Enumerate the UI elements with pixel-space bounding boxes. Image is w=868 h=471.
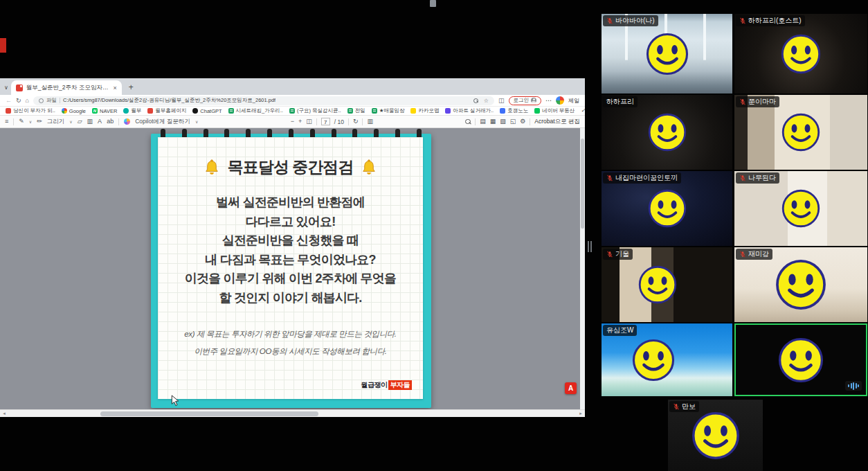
- bookmark-label: ChatGPT: [200, 108, 221, 114]
- participant-tile-9[interactable]: 유심조W: [602, 323, 732, 396]
- browser-tab[interactable]: 월부_실준반_2주차 조모임자료_2.. ×: [11, 80, 122, 95]
- bookmark-item[interactable]: Google: [62, 108, 86, 114]
- new-tab-button[interactable]: +: [129, 82, 134, 92]
- split-screen-icon[interactable]: ◫: [498, 98, 505, 104]
- participant-tile-11[interactable]: 만보: [668, 400, 763, 471]
- page-number-input[interactable]: 7: [321, 118, 330, 125]
- zoom-out-icon[interactable]: −: [291, 118, 294, 125]
- draw-label[interactable]: 그리기: [47, 118, 65, 126]
- logo-text: 월급쟁이: [361, 380, 388, 390]
- save-icon[interactable]: ▦: [490, 118, 496, 125]
- mouse-cursor: [171, 395, 179, 407]
- rotate-icon[interactable]: ↻: [353, 118, 359, 125]
- horizontal-scrollbar[interactable]: ◂ ▸: [0, 409, 585, 417]
- audio-activity-icon: [845, 381, 862, 391]
- sheet-favicon: [347, 108, 353, 114]
- divider: [475, 118, 476, 125]
- read-aloud-icon[interactable]: A: [98, 118, 102, 125]
- text-tool-icon[interactable]: ab: [107, 118, 114, 125]
- bookmark-item[interactable]: ✓ㄴ: [581, 107, 585, 114]
- mic-muted-icon: [606, 17, 613, 24]
- acrobat-floating-button[interactable]: A: [565, 382, 577, 394]
- copilot-label[interactable]: Copilot에게 질문하기: [135, 118, 190, 126]
- bookmark-item[interactable]: 시세트래킹_가우리..: [228, 107, 283, 114]
- page-view-icon[interactable]: ▥: [87, 118, 93, 125]
- body-line: 내 다짐과 목표는 무엇이었나요?: [158, 251, 423, 270]
- bookmark-item[interactable]: NNAVER: [92, 108, 117, 114]
- bookmark-item[interactable]: ★매물임장: [372, 107, 405, 114]
- back-icon[interactable]: ←: [6, 98, 12, 104]
- participant-tile-active-speaker[interactable]: [734, 323, 867, 396]
- zoom-in-icon[interactable]: +: [298, 118, 302, 125]
- bookmark-item[interactable]: 전일: [347, 107, 365, 114]
- desktop-red-artifact: [0, 38, 6, 53]
- participant-name-badge: 만보: [669, 401, 699, 412]
- search-icon[interactable]: [465, 119, 471, 125]
- site-info-icon[interactable]: [39, 98, 44, 103]
- toc-menu-icon[interactable]: ≡: [5, 118, 8, 125]
- zoom-search-icon[interactable]: [473, 98, 478, 103]
- mic-muted-icon: [739, 17, 746, 24]
- eraser-icon[interactable]: ▱: [78, 118, 82, 125]
- browser-profile-avatar[interactable]: [556, 96, 564, 105]
- bookmark-item[interactable]: 카카오맵: [410, 107, 439, 114]
- vertical-scrollbar[interactable]: [580, 128, 585, 409]
- chevron-down-icon[interactable]: ∨: [29, 119, 32, 124]
- sheet-favicon: [228, 108, 234, 114]
- address-bar[interactable]: 파일 C:/Users/smg87/Downloads/실준2강-권유디님/월부…: [33, 96, 494, 105]
- bookmark-label: 아파트 실거래가..: [453, 107, 494, 114]
- body-line: 다다르고 있어요!: [158, 213, 423, 232]
- page-total-label: / 10: [334, 118, 344, 125]
- kakaomap-favicon: [410, 108, 416, 114]
- participant-tile-7[interactable]: 기울: [602, 247, 732, 322]
- url-text[interactable]: C:/Users/smg87/Downloads/실준2강-권유디님/월부_실준…: [63, 97, 275, 104]
- sign-in-button[interactable]: 로그인: [509, 96, 542, 105]
- bookmark-item[interactable]: 월부: [123, 107, 141, 114]
- browser-profile-name: 제일: [568, 97, 579, 105]
- participant-tile-2[interactable]: 하하프리(호스트): [734, 14, 867, 94]
- more-menu-icon[interactable]: ⋯: [545, 97, 552, 104]
- vertical-scrollbar-thumb[interactable]: [581, 139, 584, 229]
- save-as-icon[interactable]: ▧: [500, 118, 506, 125]
- bookmark-item[interactable]: 호갱노노: [500, 107, 528, 114]
- thumbnails-icon[interactable]: ▥: [367, 118, 373, 125]
- participant-name: 내집마련이꿈인토끼: [615, 173, 678, 183]
- tab-close-icon[interactable]: ×: [114, 85, 117, 91]
- smiley-face-overlay: [691, 411, 740, 460]
- participant-tile-6[interactable]: 나무된다: [734, 171, 867, 246]
- participant-tile-3[interactable]: 하하프리: [602, 95, 732, 170]
- scroll-left-icon[interactable]: ◂: [0, 411, 8, 416]
- fit-width-icon[interactable]: ◫: [306, 118, 312, 125]
- print-icon[interactable]: ▤: [480, 118, 486, 125]
- bookmark-item[interactable]: 아파트 실거래가..: [445, 107, 494, 114]
- participant-tile-1[interactable]: 바야바야(나): [602, 14, 732, 94]
- bookmark-label: 호갱노노: [507, 107, 528, 114]
- bookmark-item[interactable]: 월부홈페이지: [147, 107, 186, 114]
- bookmark-item[interactable]: 네이버 부동산: [534, 107, 575, 114]
- horizontal-scrollbar-thumb[interactable]: [100, 411, 318, 416]
- acrobat-edit-button[interactable]: Acrobat으로 편집: [534, 118, 580, 126]
- bookmark-item[interactable]: ChatGPT: [192, 108, 221, 114]
- highlight-pen-icon[interactable]: ✎: [19, 118, 24, 125]
- participant-tile-8[interactable]: 재미강: [734, 247, 867, 322]
- panel-resize-handle[interactable]: [588, 241, 592, 252]
- smiley-face-overlay: [781, 34, 821, 74]
- participant-tile-4[interactable]: 쭌이마마: [734, 95, 867, 170]
- tab-search-chevron-icon[interactable]: ∨: [4, 85, 8, 91]
- settings-gear-icon[interactable]: ⚙: [520, 118, 525, 125]
- favorite-star-icon[interactable]: ☆: [484, 98, 489, 104]
- participant-tile-5[interactable]: 내집마련이꿈인토끼: [602, 171, 732, 246]
- home-icon[interactable]: ⌂: [26, 98, 29, 104]
- bookmark-item[interactable]: (구요) 목실감시큔..: [289, 107, 341, 114]
- scroll-right-icon[interactable]: ▸: [577, 411, 585, 416]
- fullscreen-icon[interactable]: ◱: [510, 118, 516, 125]
- chevron-down-icon[interactable]: ∨: [195, 119, 198, 124]
- chevron-down-icon[interactable]: ∨: [69, 119, 72, 124]
- refresh-icon[interactable]: ↻: [16, 98, 21, 104]
- mic-muted-icon: [673, 403, 680, 410]
- bookmark-item[interactable]: 당신이 부자가 되..: [6, 107, 55, 114]
- pdf-favicon-icon: [16, 85, 23, 91]
- pdf-viewer[interactable]: 목표달성 중간점검 벌써 실전준비반의 반환점에 다다르고 있어요! 실전준비반…: [0, 128, 585, 409]
- copilot-icon[interactable]: [124, 118, 130, 125]
- draw-pencil-icon[interactable]: ✏: [37, 118, 42, 125]
